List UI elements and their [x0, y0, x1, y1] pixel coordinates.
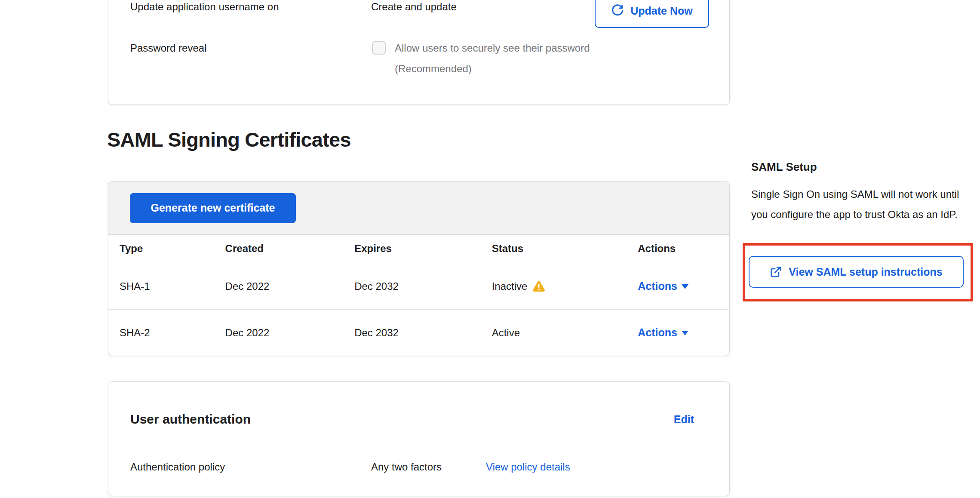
table-row-sha2: SHA-2 Dec 2022 Dec 2032 Active Actions: [108, 310, 729, 356]
col-header-created: Created: [214, 235, 344, 263]
user-authentication-heading: User authentication: [130, 412, 251, 427]
cell-actions: Actions: [627, 263, 729, 310]
saml-signing-certificates-heading: SAML Signing Certificates: [107, 128, 351, 152]
okta-app-settings-page: Update application username on Create an…: [0, 0, 980, 498]
update-now-label: Update Now: [630, 5, 692, 17]
actions-label: Actions: [638, 326, 677, 339]
caret-down-icon: [682, 331, 688, 335]
cell-status: Active: [481, 310, 627, 356]
cell-type: SHA-2: [108, 310, 214, 356]
edit-link[interactable]: Edit: [674, 413, 694, 426]
actions-dropdown[interactable]: Actions: [638, 326, 688, 339]
password-reveal-checkbox[interactable]: [372, 41, 386, 55]
actions-label: Actions: [638, 280, 677, 292]
generate-new-certificate-button[interactable]: Generate new certificate: [130, 193, 296, 223]
cell-created: Dec 2022: [214, 310, 344, 356]
username-update-label: Update application username on: [130, 0, 279, 13]
col-header-expires: Expires: [343, 235, 481, 263]
certificates-card: Generate new certificate Type Created Ex…: [108, 181, 730, 356]
cell-type: SHA-1: [108, 263, 214, 310]
cell-expires: Dec 2032: [343, 263, 481, 310]
password-reveal-checkbox-text: Allow users to securely see their passwo…: [395, 42, 590, 55]
external-link-icon: [770, 266, 782, 278]
view-saml-setup-instructions-label: View SAML setup instructions: [789, 266, 942, 278]
password-reveal-label: Password reveal: [130, 42, 206, 55]
view-saml-setup-instructions-button[interactable]: View SAML setup instructions: [749, 256, 964, 288]
table-header-row: Type Created Expires Status Actions: [108, 235, 729, 263]
provisioning-panel: Update application username on Create an…: [108, 0, 730, 105]
table-row-sha1: SHA-1 Dec 2022 Dec 2032 Inactive: [108, 263, 729, 310]
view-policy-details-link[interactable]: View policy details: [486, 461, 570, 473]
saml-setup-description: Single Sign On using SAML will not work …: [751, 184, 963, 224]
cell-status: Inactive: [481, 263, 627, 310]
status-text: Active: [492, 326, 520, 339]
caret-down-icon: [682, 284, 688, 289]
cell-created: Dec 2022: [214, 263, 344, 310]
status-text: Inactive: [492, 280, 528, 293]
authentication-policy-label: Authentication policy: [130, 461, 225, 473]
certificates-table: Type Created Expires Status Actions SHA-…: [108, 235, 729, 356]
password-reveal-recommended-text: (Recommended): [395, 62, 472, 75]
col-header-type: Type: [108, 235, 214, 263]
cell-expires: Dec 2032: [343, 310, 481, 356]
col-header-actions: Actions: [627, 235, 729, 263]
user-authentication-card: User authentication Edit Authentication …: [108, 381, 730, 496]
warning-icon: [532, 280, 545, 292]
certificates-card-toolbar: Generate new certificate: [108, 181, 729, 235]
update-now-button[interactable]: Update Now: [595, 0, 709, 28]
refresh-icon: [611, 4, 624, 17]
cell-actions: Actions: [627, 310, 729, 356]
actions-dropdown[interactable]: Actions: [638, 280, 688, 292]
col-header-status: Status: [481, 235, 627, 263]
username-update-value: Create and update: [371, 0, 457, 13]
authentication-policy-value: Any two factors: [371, 461, 442, 473]
saml-setup-heading: SAML Setup: [751, 160, 817, 174]
